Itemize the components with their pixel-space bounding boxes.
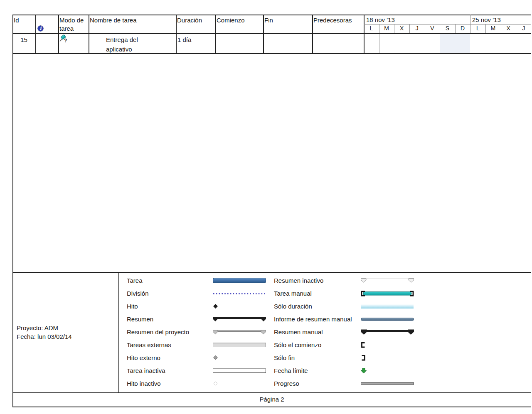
legend-project-name: Proyecto: ADM [17,323,72,332]
gantt-gridline [379,33,379,53]
legend-label: Progreso [274,380,361,387]
legend-item-manual-task: Tarea manual [274,287,414,300]
legend-label: Informe de resumen manual [274,316,361,323]
week-separator [470,15,470,24]
legend-item-inactive-milestone: Hito inactivo [127,377,266,390]
legend-swatch-manual-summary [361,329,414,335]
day-cell: M [379,24,394,33]
legend-item-manual-summary: Resumen manual [274,326,414,338]
day-cell: V [425,24,440,33]
col-sep-duration [215,15,216,53]
legend-label: Resumen [127,316,213,323]
legend-swatch-progress [361,381,414,387]
legend-swatch-start-only [361,342,414,348]
legend-swatch-external-tasks [213,342,266,348]
col-sep-finish [312,15,313,53]
legend-item-task: Tarea [127,274,266,287]
legend-column-left: Tarea División Hito Resumen Resumen del … [127,274,266,390]
timescale-week2-label: 25 nov '13 [472,15,501,24]
column-header-predecessors: Predecesoras [313,16,352,24]
page-right-border [531,15,532,407]
info-icon: i [37,25,44,33]
legend-swatch-duration-only [361,304,414,309]
day-cell: M [485,24,501,33]
day-cell: D [455,24,470,33]
legend-item-finish-only: Sólo fin [274,351,414,364]
legend-label: Tareas externas [127,341,213,349]
day-cell: L [364,24,379,33]
col-sep-mode [89,15,89,53]
legend-label: Sólo fin [274,354,361,362]
column-header-duration: Duración [177,16,202,24]
page-top-border [12,15,531,15]
legend-item-milestone: Hito [127,300,266,313]
day-cell: J [409,24,425,33]
col-sep-name [176,15,177,53]
col-sep-predecessors [364,15,365,53]
legend-swatch-split [213,291,266,296]
legend-swatch-milestone [213,304,266,309]
legend-label: Sólo el comienzo [274,341,361,349]
legend-label: Tarea manual [274,290,361,297]
legend-item-deadline: Fecha límite [274,364,414,377]
legend-swatch-summary [213,316,266,322]
day-cell: S [440,24,455,33]
legend-top-border [12,272,531,273]
legend-column-right: Resumen inactivo Tarea manual Sólo durac… [274,274,414,390]
task-row-id: 15 [12,35,35,44]
day-cell: J [516,24,531,33]
timescale-day-row: L M X J V S D L M X J [364,24,531,33]
legend-project-date: Fecha: lun 03/02/14 [17,332,72,341]
timescale-week1-label: 18 nov '13 [366,15,395,24]
legend-swatch-manual-summary-rollup [361,316,414,322]
day-cell: X [501,24,516,33]
task-mode-manual-pushpin-icon: ? [59,34,68,45]
page-number: Página 2 [12,396,531,403]
legend-item-external-tasks: Tareas externas [127,338,266,351]
legend-divider [118,272,119,392]
col-sep-id [35,15,36,53]
svg-text:?: ? [64,38,67,44]
legend-item-inactive-summary: Resumen inactivo [274,274,414,287]
header-bottom-border [12,33,531,34]
task-row-name: Entrega del aplicativo [106,35,162,54]
legend-label: Tarea [127,277,213,284]
legend-item-split: División [127,287,266,300]
column-header-finish: Fin [264,16,273,24]
legend-item-manual-summary-rollup: Informe de resumen manual [274,313,414,326]
task-row-duration: 1 día [177,35,191,44]
footer-top-border [12,392,531,393]
legend-item-duration-only: Sólo duración [274,300,414,313]
legend-swatch-inactive-milestone [213,381,266,387]
day-cell: L [470,24,485,33]
legend-label: Fecha límite [274,367,361,375]
legend-swatch-deadline [361,368,414,374]
legend-swatch-manual-task [361,291,414,296]
legend-label: Hito inactivo [127,380,213,387]
gantt-weekend-shading [440,34,470,53]
legend-label: Sólo duración [274,303,361,310]
day-cell: X [394,24,409,33]
page-bottom-border [12,407,531,407]
legend-label: Hito [127,303,213,310]
legend-item-project-summary: Resumen del proyecto [127,326,266,338]
column-header-start: Comienzo [217,16,245,24]
project-print-page: Id i Modo de tarea Nombre de tarea Durac… [0,0,532,414]
legend-swatch-project-summary [213,329,266,335]
column-header-name: Nombre de tarea [90,16,137,24]
legend-swatch-finish-only [361,355,414,361]
legend-label: Hito externo [127,354,213,362]
legend-swatch-task [213,278,266,284]
legend-item-summary: Resumen [127,313,266,326]
legend-label: Resumen manual [274,328,361,336]
col-sep-start [263,15,264,53]
legend-project-info: Proyecto: ADM Fecha: lun 03/02/14 [17,323,72,341]
legend-swatch-external-milestone [213,355,266,361]
column-header-id: Id [14,16,19,24]
legend-label: Tarea inactiva [127,367,213,375]
legend-swatch-inactive-summary [361,278,414,284]
legend-label: Resumen del proyecto [127,328,213,336]
legend-swatch-inactive-task [213,368,266,374]
legend-item-progress: Progreso [274,377,414,390]
legend-item-start-only: Sólo el comienzo [274,338,414,351]
